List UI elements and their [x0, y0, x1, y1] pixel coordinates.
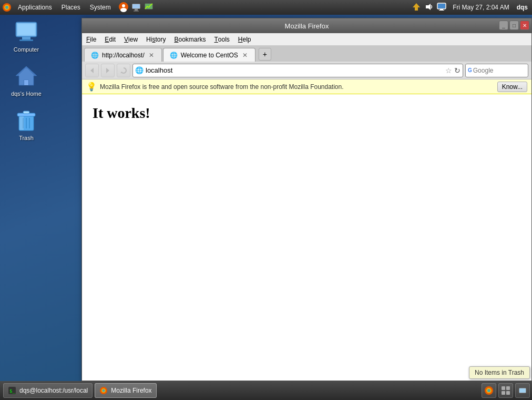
svg-rect-32 — [19, 116, 24, 130]
firefox-infobar: 💡 Mozilla Firefox is free and open sourc… — [82, 79, 531, 94]
username: dqs — [517, 4, 528, 11]
svg-rect-7 — [132, 4, 140, 8]
svg-point-40 — [103, 389, 105, 392]
svg-rect-21 — [19, 39, 33, 41]
url-bar: 🌐 ☆ ↻ — [132, 64, 463, 77]
it-works-heading: It works! — [93, 105, 521, 122]
panel-places[interactable]: Places — [57, 0, 85, 15]
trash-tooltip-text: No Items in Trash — [475, 369, 524, 376]
svg-text:$_: $_ — [9, 388, 15, 394]
svg-rect-44 — [502, 386, 505, 390]
menu-history[interactable]: History — [142, 33, 170, 46]
firefox-navbar: 🌐 ☆ ↻ G ▼ — [82, 62, 531, 79]
firefox-tabbar: 🌐 http://localhost/ ✕ 🌐 Welcome to CentO… — [82, 46, 531, 62]
trash-icon — [14, 107, 39, 133]
panel-icon-3 — [144, 2, 154, 14]
close-button[interactable]: ✕ — [520, 21, 529, 30]
svg-point-2 — [5, 6, 8, 9]
tab-label-1: http://localhost/ — [102, 52, 145, 59]
firefox-window: Mozilla Firefox _ □ ✕ File Edit View His… — [81, 18, 532, 381]
firefox-content[interactable]: It works! — [82, 94, 531, 381]
volume-icon — [424, 2, 434, 13]
network-icon — [412, 2, 421, 13]
taskbar-extra-btn[interactable] — [515, 383, 530, 398]
svg-marker-33 — [90, 68, 94, 73]
search-bar: G ▼ — [465, 64, 528, 77]
refresh-icon[interactable]: ↻ — [454, 66, 461, 75]
tab-close-2[interactable]: ✕ — [241, 52, 249, 59]
svg-marker-12 — [413, 3, 420, 11]
svg-rect-8 — [135, 9, 138, 11]
svg-rect-9 — [134, 11, 139, 12]
reload-button — [117, 64, 130, 77]
svg-rect-47 — [506, 391, 510, 395]
minimize-button[interactable]: _ — [499, 21, 508, 30]
tab-localhost[interactable]: 🌐 http://localhost/ ✕ — [84, 48, 162, 62]
infobar-text: Mozilla Firefox is free and open source … — [100, 83, 494, 91]
tab-centos[interactable]: 🌐 Welcome to CentOS ✕ — [163, 48, 255, 62]
desktop-icons: Computer dqs's Home — [5, 19, 47, 141]
tab-label-2: Welcome to CentOS — [181, 52, 238, 59]
forward-button — [101, 64, 115, 77]
trash-label: Trash — [19, 135, 34, 141]
panel-system[interactable]: System — [86, 0, 115, 15]
top-panel: Applications Places System — [0, 0, 532, 15]
bookmark-star-icon[interactable]: ☆ — [445, 66, 452, 75]
maximize-button[interactable]: □ — [509, 21, 519, 30]
search-engine-icon: G — [468, 67, 472, 73]
firefox-menubar: File Edit View History Bookmarks Tools H… — [82, 33, 531, 46]
taskbar-workspace-btn[interactable] — [498, 383, 513, 398]
svg-rect-17 — [439, 10, 444, 11]
back-button[interactable] — [85, 64, 99, 77]
taskbar-firefox-icon-btn[interactable] — [482, 383, 496, 398]
firefox-taskbar-icon — [99, 386, 108, 395]
menu-file[interactable]: File — [82, 33, 100, 46]
svg-rect-16 — [440, 9, 443, 10]
home-icon — [14, 63, 39, 88]
svg-rect-15 — [438, 4, 445, 8]
window-controls: _ □ ✕ — [499, 21, 529, 30]
desktop-icon-trash[interactable]: Trash — [5, 107, 47, 141]
datetime: Fri May 27, 2:04 AM — [453, 4, 509, 11]
panel-apps-icon — [2, 3, 12, 12]
panel-right: Fri May 27, 2:04 AM dqs — [412, 0, 532, 15]
page-icon: 🌐 — [135, 66, 144, 74]
taskbar-terminal[interactable]: $_ dqs@localhost:/usr/local — [3, 383, 93, 398]
taskbar-terminal-label: dqs@localhost:/usr/local — [19, 387, 88, 394]
home-label: dqs's Home — [11, 91, 42, 97]
menu-help[interactable]: Help — [234, 33, 255, 46]
tab-icon-2: 🌐 — [170, 52, 178, 59]
search-input[interactable] — [473, 67, 532, 74]
tab-close-1[interactable]: ✕ — [148, 52, 155, 59]
svg-marker-34 — [106, 68, 109, 73]
svg-rect-45 — [506, 386, 510, 390]
know-more-button[interactable]: Know... — [497, 82, 527, 92]
add-tab-button[interactable]: + — [259, 48, 271, 61]
menu-view[interactable]: View — [120, 33, 142, 46]
taskbar: $_ dqs@localhost:/usr/local Mozilla Fire… — [0, 381, 532, 400]
svg-rect-20 — [22, 37, 30, 39]
trash-tooltip: No Items in Trash — [469, 366, 530, 379]
panel-applications[interactable]: Applications — [14, 0, 56, 15]
svg-rect-28 — [23, 111, 29, 114]
url-input[interactable] — [146, 66, 443, 74]
tab-icon-1: 🌐 — [91, 52, 99, 59]
svg-marker-13 — [426, 4, 431, 10]
desktop: Applications Places System — [0, 0, 532, 400]
panel-icon-1 — [118, 2, 129, 14]
svg-rect-49 — [519, 388, 526, 393]
svg-rect-22 — [18, 24, 35, 35]
taskbar-firefox[interactable]: Mozilla Firefox — [95, 383, 156, 398]
svg-rect-46 — [502, 391, 505, 395]
desktop-icon-computer[interactable]: Computer — [5, 19, 47, 53]
svg-rect-24 — [24, 80, 28, 85]
menu-tools[interactable]: Tools — [210, 33, 233, 46]
desktop-icon-home[interactable]: dqs's Home — [5, 63, 47, 97]
computer-label: Computer — [14, 46, 39, 53]
menu-edit[interactable]: Edit — [100, 33, 120, 46]
menu-bookmarks[interactable]: Bookmarks — [170, 33, 210, 46]
firefox-title: Mozilla Firefox — [285, 22, 329, 30]
firefox-titlebar: Mozilla Firefox _ □ ✕ — [82, 18, 531, 33]
panel-left: Applications Places System — [0, 0, 154, 15]
panel-icon-2 — [131, 2, 141, 14]
